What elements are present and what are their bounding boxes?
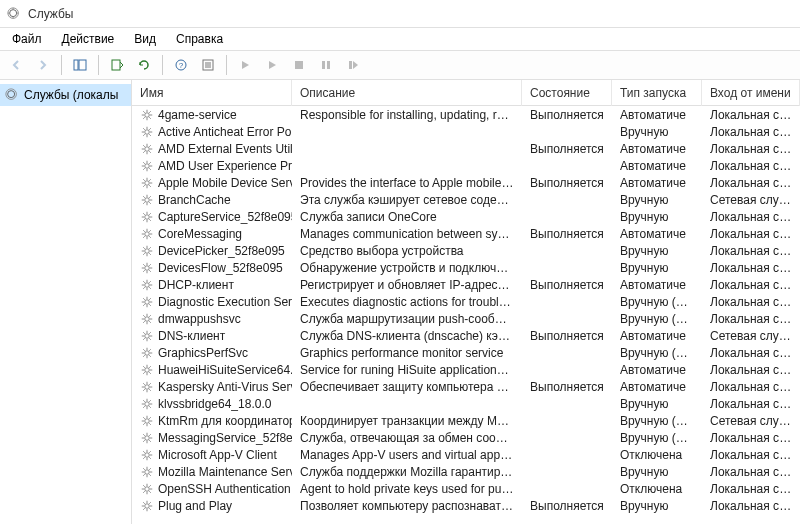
svg-line-55 (149, 162, 151, 164)
column-header-logon[interactable]: Вход от имени (702, 80, 800, 106)
table-row[interactable]: CaptureService_52f8e095Служба записи One… (132, 208, 800, 225)
list-body[interactable]: 4game-serviceResponsible for installing,… (132, 106, 800, 524)
cell-logon: Сетевая служба (702, 193, 800, 207)
table-row[interactable]: HuaweiHiSuiteService64.exeService for ru… (132, 361, 800, 378)
svg-line-35 (149, 134, 151, 136)
svg-marker-17 (353, 61, 358, 69)
gear-icon (140, 176, 154, 190)
table-row[interactable]: DNS-клиентСлужба DNS-клиента (dnscache) … (132, 327, 800, 344)
cell-startup: Вручную (612, 397, 702, 411)
table-row[interactable]: 4game-serviceResponsible for installing,… (132, 106, 800, 123)
table-row[interactable]: KtmRm для координатора ...Координирует т… (132, 412, 800, 429)
gear-icon (140, 431, 154, 445)
svg-line-198 (143, 440, 145, 442)
svg-line-28 (149, 111, 151, 113)
table-row[interactable]: DHCP-клиентРегистрирует и обновляет IP-а… (132, 276, 800, 293)
properties-button[interactable] (196, 53, 220, 77)
refresh-button[interactable] (132, 53, 156, 77)
svg-point-92 (145, 248, 150, 253)
svg-line-43 (143, 145, 145, 147)
table-row[interactable]: DevicesFlow_52f8e095Обнаружение устройст… (132, 259, 800, 276)
svg-point-191 (145, 435, 150, 440)
menu-action[interactable]: Действие (52, 29, 125, 49)
column-header-state[interactable]: Состояние (522, 80, 612, 106)
table-row[interactable]: OpenSSH Authentication A...Agent to hold… (132, 480, 800, 497)
svg-line-82 (149, 213, 151, 215)
cell-logon: Локальная сис... (702, 363, 800, 377)
column-header-description[interactable]: Описание (292, 80, 522, 106)
table-row[interactable]: AMD User Experience Progr...АвтоматичеЛо… (132, 157, 800, 174)
nav-back-button (4, 53, 28, 77)
svg-rect-14 (322, 61, 325, 69)
svg-point-83 (145, 231, 150, 236)
cell-name: MessagingService_52f8e095 (132, 431, 292, 445)
cell-description: Обеспечивает защиту компьютера от вир... (292, 380, 522, 394)
table-row[interactable]: BranchCacheЭта служба кэширует сетевое с… (132, 191, 800, 208)
table-row[interactable]: GraphicsPerfSvcGraphics performance moni… (132, 344, 800, 361)
table-row[interactable]: klvssbridge64_18.0.0ВручнуюЛокальная сис… (132, 395, 800, 412)
svg-line-34 (143, 128, 145, 130)
column-header-startup[interactable]: Тип запуска (612, 80, 702, 106)
cell-name: Plug and Play (132, 499, 292, 513)
table-row[interactable]: AMD External Events UtilityВыполняетсяАв… (132, 140, 800, 157)
svg-line-152 (149, 355, 151, 357)
cell-description: Служба записи OneCore (292, 210, 522, 224)
tree-item-services-local[interactable]: Службы (локалы (0, 84, 131, 106)
table-row[interactable]: Microsoft App-V ClientManages App-V user… (132, 446, 800, 463)
table-row[interactable]: MessagingService_52f8e095Служба, отвечаю… (132, 429, 800, 446)
menu-help[interactable]: Справка (166, 29, 233, 49)
gear-icon (140, 108, 154, 122)
table-row[interactable]: Mozilla Maintenance ServiceСлужба поддер… (132, 463, 800, 480)
table-row[interactable]: Plug and PlayПозволяет компьютеру распоз… (132, 497, 800, 514)
svg-line-217 (149, 468, 151, 470)
gear-icon (140, 482, 154, 496)
svg-rect-15 (327, 61, 330, 69)
cell-name: OpenSSH Authentication A... (132, 482, 292, 496)
show-hide-tree-button[interactable] (68, 53, 92, 77)
cell-name: CoreMessaging (132, 227, 292, 241)
cell-startup: Вручную (ак... (612, 414, 702, 428)
gear-icon (140, 414, 154, 428)
list-pane: Имя Описание Состояние Тип запуска Вход … (132, 80, 800, 524)
cell-name: 4game-service (132, 108, 292, 122)
cell-name: AMD External Events Utility (132, 142, 292, 156)
cell-startup: Вручную (ак... (612, 346, 702, 360)
svg-line-188 (149, 423, 151, 425)
cell-logon: Локальная сис... (702, 448, 800, 462)
svg-line-142 (143, 332, 145, 334)
menu-view[interactable]: Вид (124, 29, 166, 49)
cell-name: Active Anticheat Error Port ... (132, 125, 292, 139)
cell-logon: Локальная сис... (702, 142, 800, 156)
svg-line-80 (149, 219, 151, 221)
table-row[interactable]: Apple Mobile Device ServiceProvides the … (132, 174, 800, 191)
table-row[interactable]: DevicePicker_52f8e095Средство выбора уст… (132, 242, 800, 259)
cell-startup: Вручную (612, 125, 702, 139)
column-header-name[interactable]: Имя (132, 80, 292, 106)
help-button[interactable]: ? (169, 53, 193, 77)
svg-line-162 (143, 372, 145, 374)
export-list-button[interactable] (105, 53, 129, 77)
svg-point-56 (145, 180, 150, 185)
cell-startup: Автоматиче (612, 142, 702, 156)
table-row[interactable]: Kaspersky Anti-Virus Servic...Обеспечива… (132, 378, 800, 395)
gear-icon (140, 346, 154, 360)
svg-line-79 (143, 213, 145, 215)
menu-file[interactable]: Файл (2, 29, 52, 49)
cell-logon: Локальная сис... (702, 346, 800, 360)
svg-line-90 (143, 236, 145, 238)
tree-item-label: Службы (локалы (24, 88, 118, 102)
cell-startup: Автоматиче (612, 278, 702, 292)
table-row[interactable]: dmwappushsvcСлужба маршрутизации push-со… (132, 310, 800, 327)
svg-marker-12 (269, 61, 276, 69)
svg-line-171 (143, 389, 145, 391)
table-row[interactable]: Active Anticheat Error Port ...ВручнуюЛо… (132, 123, 800, 140)
svg-line-205 (143, 451, 145, 453)
table-row[interactable]: CoreMessagingManages communication betwe… (132, 225, 800, 242)
cell-name: KtmRm для координатора ... (132, 414, 292, 428)
tree-pane[interactable]: Службы (локалы (0, 80, 132, 524)
svg-rect-3 (79, 60, 86, 70)
table-row[interactable]: Diagnostic Execution ServiceExecutes dia… (132, 293, 800, 310)
cell-state: Выполняется (522, 499, 612, 513)
svg-point-119 (145, 299, 150, 304)
cell-logon: Локальная сис... (702, 261, 800, 275)
